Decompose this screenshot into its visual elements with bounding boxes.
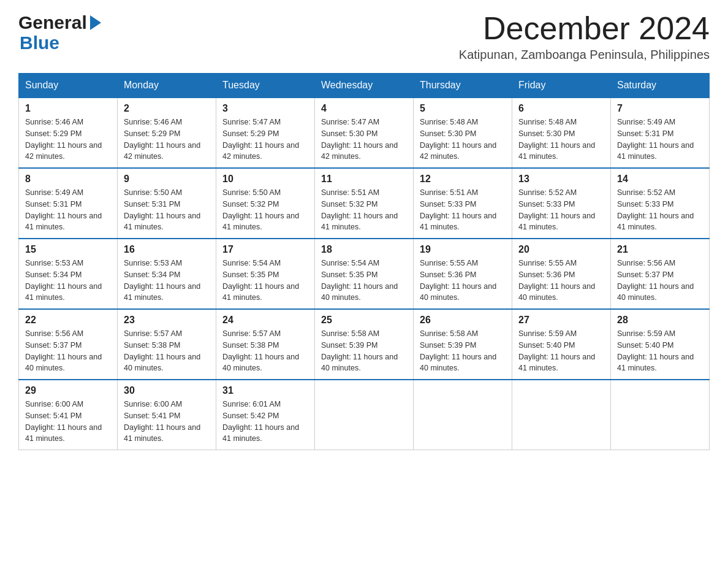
calendar-cell: 27 Sunrise: 5:59 AM Sunset: 5:40 PM Dayl… [512, 309, 611, 380]
daylight-label: Daylight: 11 hours and 41 minutes. [518, 141, 595, 161]
calendar-cell: 18 Sunrise: 5:54 AM Sunset: 5:35 PM Dayl… [315, 239, 414, 309]
sunrise-label: Sunrise: 5:56 AM [617, 259, 675, 267]
day-info: Sunrise: 6:01 AM Sunset: 5:42 PM Dayligh… [222, 399, 308, 445]
sunrise-label: Sunrise: 5:46 AM [124, 118, 182, 126]
sunset-label: Sunset: 5:41 PM [124, 412, 180, 420]
calendar-cell: 8 Sunrise: 5:49 AM Sunset: 5:31 PM Dayli… [19, 168, 118, 239]
month-title: December 2024 [459, 12, 710, 44]
sunset-label: Sunset: 5:32 PM [321, 200, 377, 209]
sunset-label: Sunset: 5:35 PM [321, 270, 377, 279]
calendar-cell: 30 Sunrise: 6:00 AM Sunset: 5:41 PM Dayl… [118, 380, 216, 450]
weekday-header-saturday: Saturday [611, 74, 710, 98]
daylight-label: Daylight: 11 hours and 40 minutes. [222, 353, 299, 373]
sunset-label: Sunset: 5:30 PM [321, 129, 377, 138]
day-info: Sunrise: 5:57 AM Sunset: 5:38 PM Dayligh… [124, 328, 210, 374]
day-info: Sunrise: 5:57 AM Sunset: 5:38 PM Dayligh… [222, 328, 308, 374]
weekday-header-tuesday: Tuesday [216, 74, 315, 98]
daylight-label: Daylight: 11 hours and 41 minutes. [25, 282, 102, 302]
daylight-label: Daylight: 11 hours and 40 minutes. [617, 282, 694, 302]
daylight-label: Daylight: 11 hours and 40 minutes. [420, 353, 496, 373]
daylight-label: Daylight: 11 hours and 41 minutes. [124, 423, 200, 443]
calendar-cell: 26 Sunrise: 5:58 AM Sunset: 5:39 PM Dayl… [414, 309, 512, 380]
calendar-cell: 1 Sunrise: 5:46 AM Sunset: 5:29 PM Dayli… [19, 98, 118, 168]
sunset-label: Sunset: 5:33 PM [518, 200, 575, 209]
daylight-label: Daylight: 11 hours and 41 minutes. [124, 282, 200, 302]
sunrise-label: Sunrise: 5:54 AM [222, 259, 281, 267]
day-info: Sunrise: 5:52 AM Sunset: 5:33 PM Dayligh… [518, 187, 604, 233]
daylight-label: Daylight: 11 hours and 42 minutes. [321, 141, 398, 161]
calendar-cell: 28 Sunrise: 5:59 AM Sunset: 5:40 PM Dayl… [611, 309, 710, 380]
day-number: 20 [518, 244, 604, 255]
day-number: 30 [124, 385, 210, 396]
sunset-label: Sunset: 5:34 PM [124, 270, 180, 279]
day-number: 9 [124, 174, 210, 185]
sunrise-label: Sunrise: 5:53 AM [25, 259, 83, 267]
daylight-label: Daylight: 11 hours and 41 minutes. [518, 212, 595, 232]
day-info: Sunrise: 5:50 AM Sunset: 5:32 PM Dayligh… [222, 187, 308, 233]
calendar-cell: 19 Sunrise: 5:55 AM Sunset: 5:36 PM Dayl… [414, 239, 512, 309]
day-number: 16 [124, 244, 210, 255]
sunset-label: Sunset: 5:31 PM [124, 200, 180, 209]
day-number: 28 [617, 315, 703, 326]
sunrise-label: Sunrise: 5:53 AM [124, 259, 182, 267]
day-info: Sunrise: 5:47 AM Sunset: 5:30 PM Dayligh… [321, 117, 407, 163]
calendar-cell: 13 Sunrise: 5:52 AM Sunset: 5:33 PM Dayl… [512, 168, 611, 239]
daylight-label: Daylight: 11 hours and 41 minutes. [321, 212, 398, 232]
weekday-header-thursday: Thursday [414, 74, 512, 98]
day-info: Sunrise: 5:59 AM Sunset: 5:40 PM Dayligh… [518, 328, 604, 374]
sunset-label: Sunset: 5:37 PM [617, 270, 673, 279]
day-number: 10 [222, 174, 308, 185]
calendar-cell [315, 380, 414, 450]
weekday-header-row: SundayMondayTuesdayWednesdayThursdayFrid… [19, 74, 710, 98]
day-number: 2 [124, 103, 210, 114]
sunrise-label: Sunrise: 5:47 AM [321, 118, 379, 126]
logo-general-text: General [18, 12, 87, 33]
calendar-cell [611, 380, 710, 450]
day-number: 23 [124, 315, 210, 326]
calendar-cell: 5 Sunrise: 5:48 AM Sunset: 5:30 PM Dayli… [414, 98, 512, 168]
day-info: Sunrise: 5:51 AM Sunset: 5:32 PM Dayligh… [321, 187, 407, 233]
calendar-cell: 16 Sunrise: 5:53 AM Sunset: 5:34 PM Dayl… [118, 239, 216, 309]
sunrise-label: Sunrise: 5:52 AM [518, 188, 577, 197]
weekday-header-wednesday: Wednesday [315, 74, 414, 98]
daylight-label: Daylight: 11 hours and 40 minutes. [321, 353, 398, 373]
daylight-label: Daylight: 11 hours and 40 minutes. [420, 282, 496, 302]
title-area: December 2024 Katipunan, Zamboanga Penin… [459, 12, 710, 62]
week-row-3: 15 Sunrise: 5:53 AM Sunset: 5:34 PM Dayl… [19, 239, 710, 309]
week-row-5: 29 Sunrise: 6:00 AM Sunset: 5:41 PM Dayl… [19, 380, 710, 450]
calendar-cell [414, 380, 512, 450]
sunset-label: Sunset: 5:38 PM [124, 341, 180, 350]
daylight-label: Daylight: 11 hours and 41 minutes. [518, 353, 595, 373]
sunrise-label: Sunrise: 6:01 AM [222, 400, 281, 408]
sunrise-label: Sunrise: 6:00 AM [124, 400, 182, 408]
day-number: 5 [420, 103, 506, 114]
day-number: 14 [617, 174, 703, 185]
day-number: 17 [222, 244, 308, 255]
calendar-cell: 20 Sunrise: 5:55 AM Sunset: 5:36 PM Dayl… [512, 239, 611, 309]
day-number: 6 [518, 103, 604, 114]
daylight-label: Daylight: 11 hours and 41 minutes. [617, 212, 694, 232]
sunrise-label: Sunrise: 5:48 AM [420, 118, 478, 126]
day-info: Sunrise: 5:46 AM Sunset: 5:29 PM Dayligh… [25, 117, 111, 163]
calendar-cell: 23 Sunrise: 5:57 AM Sunset: 5:38 PM Dayl… [118, 309, 216, 380]
calendar-cell: 2 Sunrise: 5:46 AM Sunset: 5:29 PM Dayli… [118, 98, 216, 168]
daylight-label: Daylight: 11 hours and 42 minutes. [420, 141, 496, 161]
day-info: Sunrise: 5:50 AM Sunset: 5:31 PM Dayligh… [124, 187, 210, 233]
day-info: Sunrise: 6:00 AM Sunset: 5:41 PM Dayligh… [25, 399, 111, 445]
day-number: 24 [222, 315, 308, 326]
daylight-label: Daylight: 11 hours and 40 minutes. [321, 282, 398, 302]
daylight-label: Daylight: 11 hours and 40 minutes. [518, 282, 595, 302]
day-info: Sunrise: 5:51 AM Sunset: 5:33 PM Dayligh… [420, 187, 506, 233]
sunrise-label: Sunrise: 5:51 AM [321, 188, 379, 197]
daylight-label: Daylight: 11 hours and 42 minutes. [25, 141, 102, 161]
logo: General Blue [18, 12, 103, 53]
sunrise-label: Sunrise: 5:58 AM [321, 329, 379, 338]
sunrise-label: Sunrise: 5:47 AM [222, 118, 281, 126]
day-info: Sunrise: 5:46 AM Sunset: 5:29 PM Dayligh… [124, 117, 210, 163]
sunrise-label: Sunrise: 5:57 AM [124, 329, 182, 338]
calendar-cell: 21 Sunrise: 5:56 AM Sunset: 5:37 PM Dayl… [611, 239, 710, 309]
sunrise-label: Sunrise: 5:56 AM [25, 329, 83, 338]
sunrise-label: Sunrise: 5:52 AM [617, 188, 675, 197]
calendar-cell: 22 Sunrise: 5:56 AM Sunset: 5:37 PM Dayl… [19, 309, 118, 380]
day-info: Sunrise: 5:52 AM Sunset: 5:33 PM Dayligh… [617, 187, 703, 233]
